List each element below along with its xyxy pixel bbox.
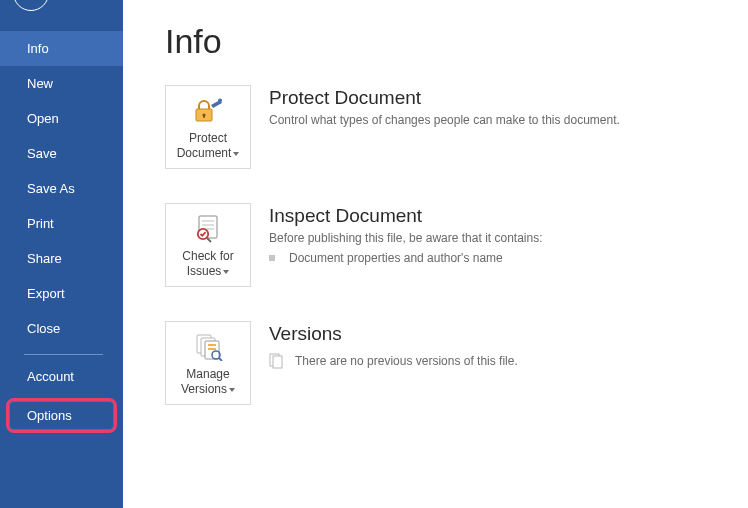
manage-versions-icon (193, 333, 223, 361)
protect-document-button[interactable]: Protect Document (165, 85, 251, 169)
nav-item-export[interactable]: Export (0, 276, 123, 311)
nav-label: Open (27, 111, 59, 126)
nav-item-share[interactable]: Share (0, 241, 123, 276)
back-arrow-icon (22, 0, 40, 2)
tile-label: Protect Document (177, 131, 240, 161)
nav-item-close[interactable]: Close (0, 311, 123, 346)
nav-label: Info (27, 41, 49, 56)
tile-label: Manage Versions (181, 367, 235, 397)
svg-line-9 (207, 238, 211, 242)
section-inspect: Check for Issues Inspect Document Before… (165, 203, 748, 287)
inspect-finding: Document properties and author's name (269, 251, 543, 265)
inspect-title: Inspect Document (269, 205, 543, 227)
protect-title: Protect Document (269, 87, 620, 109)
nav-item-save-as[interactable]: Save As (0, 171, 123, 206)
lock-key-icon (193, 97, 223, 125)
inspect-document-icon (193, 214, 223, 244)
check-for-issues-button[interactable]: Check for Issues (165, 203, 251, 287)
svg-rect-2 (203, 115, 205, 118)
back-button[interactable] (13, 0, 49, 11)
svg-line-16 (219, 358, 222, 361)
nav-label: Close (27, 321, 60, 336)
manage-versions-button[interactable]: Manage Versions (165, 321, 251, 405)
inspect-findings-list: Document properties and author's name (269, 251, 543, 265)
protect-description: Control what types of changes people can… (269, 113, 620, 127)
backstage-sidebar: Info New Open Save Save As Print Share E… (0, 0, 123, 508)
dropdown-indicator-icon (229, 388, 235, 392)
document-stack-icon (269, 353, 283, 369)
inspect-description: Before publishing this file, be aware th… (269, 231, 543, 245)
svg-point-3 (218, 99, 222, 103)
dropdown-indicator-icon (233, 152, 239, 156)
svg-rect-18 (273, 356, 282, 368)
nav-item-account[interactable]: Account (0, 359, 123, 394)
nav-label: Print (27, 216, 54, 231)
section-protect: Protect Document Protect Document Contro… (165, 85, 748, 169)
nav-item-open[interactable]: Open (0, 101, 123, 136)
nav-label: Save (27, 146, 57, 161)
section-versions: Manage Versions Versions There are no pr… (165, 321, 748, 405)
page-title: Info (165, 22, 748, 61)
tile-label: Check for Issues (182, 249, 233, 279)
nav-item-info[interactable]: Info (0, 31, 123, 66)
dropdown-indicator-icon (223, 270, 229, 274)
nav-label: Save As (27, 181, 75, 196)
main-content: Info Protect Document (123, 0, 748, 508)
versions-description: There are no previous versions of this f… (295, 354, 518, 368)
nav-list: Info New Open Save Save As Print Share E… (0, 31, 123, 433)
nav-label: New (27, 76, 53, 91)
nav-label: Options (27, 408, 72, 423)
nav-item-save[interactable]: Save (0, 136, 123, 171)
nav-label: Account (27, 369, 74, 384)
nav-divider (24, 354, 103, 355)
versions-title: Versions (269, 323, 518, 345)
nav-label: Export (27, 286, 65, 301)
nav-label: Share (27, 251, 62, 266)
nav-item-new[interactable]: New (0, 66, 123, 101)
nav-item-options[interactable]: Options (6, 398, 117, 433)
nav-item-print[interactable]: Print (0, 206, 123, 241)
